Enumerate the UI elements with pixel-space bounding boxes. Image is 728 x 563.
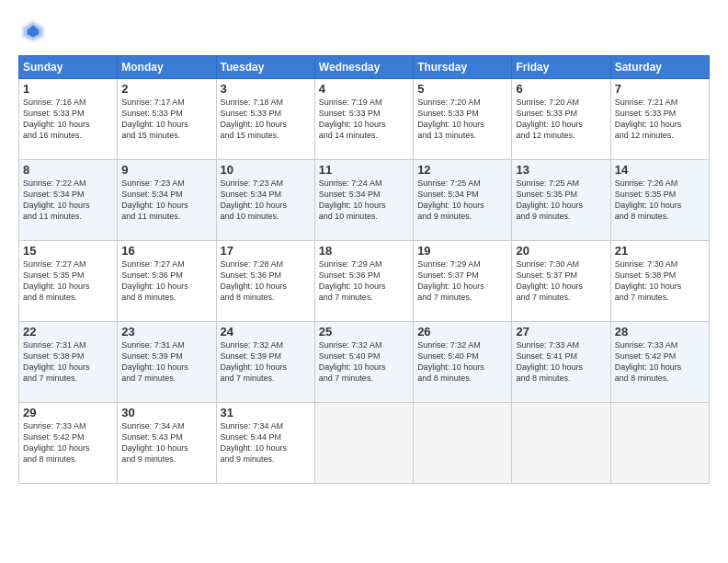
- day-number: 29: [23, 406, 113, 419]
- header-sunday: Sunday: [19, 56, 118, 79]
- day-number: 14: [615, 163, 705, 177]
- day-info: Sunrise: 7:33 AM Sunset: 5:41 PM Dayligh…: [516, 339, 606, 385]
- page: Sunday Monday Tuesday Wednesday Thursday…: [0, 0, 728, 563]
- day-info: Sunrise: 7:16 AM Sunset: 5:33 PM Dayligh…: [23, 97, 113, 142]
- calendar-cell: 29Sunrise: 7:33 AM Sunset: 5:42 PM Dayli…: [19, 403, 118, 484]
- day-info: Sunrise: 7:25 AM Sunset: 5:34 PM Dayligh…: [417, 178, 507, 223]
- calendar-cell: 17Sunrise: 7:28 AM Sunset: 5:36 PM Dayli…: [216, 241, 314, 322]
- day-info: Sunrise: 7:32 AM Sunset: 5:40 PM Dayligh…: [319, 339, 409, 385]
- day-info: Sunrise: 7:24 AM Sunset: 5:34 PM Dayligh…: [319, 178, 409, 223]
- day-number: 9: [121, 163, 211, 177]
- day-number: 2: [121, 82, 211, 96]
- calendar-cell: 14Sunrise: 7:26 AM Sunset: 5:35 PM Dayli…: [610, 160, 709, 241]
- day-number: 28: [615, 325, 705, 339]
- calendar-cell: 10Sunrise: 7:23 AM Sunset: 5:34 PM Dayli…: [216, 160, 314, 241]
- calendar-cell: 11Sunrise: 7:24 AM Sunset: 5:34 PM Dayli…: [314, 160, 413, 241]
- calendar-cell: 20Sunrise: 7:30 AM Sunset: 5:37 PM Dayli…: [512, 241, 610, 322]
- day-info: Sunrise: 7:22 AM Sunset: 5:34 PM Dayligh…: [23, 178, 113, 223]
- calendar-cell: 12Sunrise: 7:25 AM Sunset: 5:34 PM Dayli…: [414, 160, 512, 241]
- day-number: 10: [221, 163, 311, 177]
- calendar-cell: [610, 403, 709, 484]
- calendar-cell: 13Sunrise: 7:25 AM Sunset: 5:35 PM Dayli…: [512, 160, 610, 241]
- calendar-cell: 23Sunrise: 7:31 AM Sunset: 5:39 PM Dayli…: [118, 322, 216, 403]
- day-number: 13: [516, 163, 606, 177]
- day-number: 18: [319, 244, 409, 258]
- logo-icon: [18, 17, 48, 46]
- calendar-cell: 25Sunrise: 7:32 AM Sunset: 5:40 PM Dayli…: [314, 322, 413, 403]
- day-number: 11: [319, 163, 409, 177]
- day-number: 12: [417, 163, 507, 177]
- calendar-cell: 9Sunrise: 7:23 AM Sunset: 5:34 PM Daylig…: [118, 160, 216, 241]
- calendar-cell: 2Sunrise: 7:17 AM Sunset: 5:33 PM Daylig…: [118, 79, 216, 160]
- day-number: 4: [319, 82, 409, 96]
- day-number: 25: [319, 325, 409, 339]
- header-wednesday: Wednesday: [314, 56, 413, 79]
- calendar-cell: 8Sunrise: 7:22 AM Sunset: 5:34 PM Daylig…: [19, 160, 118, 241]
- day-info: Sunrise: 7:33 AM Sunset: 5:42 PM Dayligh…: [23, 420, 113, 465]
- day-number: 27: [516, 325, 606, 339]
- header-thursday: Thursday: [414, 56, 512, 79]
- day-info: Sunrise: 7:27 AM Sunset: 5:36 PM Dayligh…: [121, 259, 211, 304]
- calendar-week-row: 1Sunrise: 7:16 AM Sunset: 5:33 PM Daylig…: [19, 79, 710, 160]
- day-info: Sunrise: 7:33 AM Sunset: 5:42 PM Dayligh…: [615, 339, 705, 385]
- day-info: Sunrise: 7:23 AM Sunset: 5:34 PM Dayligh…: [121, 178, 211, 223]
- day-info: Sunrise: 7:27 AM Sunset: 5:35 PM Dayligh…: [23, 259, 113, 304]
- calendar-cell: 3Sunrise: 7:18 AM Sunset: 5:33 PM Daylig…: [216, 79, 314, 160]
- day-number: 20: [516, 244, 606, 258]
- calendar-cell: 26Sunrise: 7:32 AM Sunset: 5:40 PM Dayli…: [414, 322, 512, 403]
- day-info: Sunrise: 7:26 AM Sunset: 5:35 PM Dayligh…: [615, 178, 705, 223]
- day-number: 23: [121, 325, 211, 339]
- header-tuesday: Tuesday: [216, 56, 314, 79]
- calendar-cell: [414, 403, 512, 484]
- day-number: 15: [23, 244, 113, 258]
- day-info: Sunrise: 7:31 AM Sunset: 5:39 PM Dayligh…: [121, 339, 211, 385]
- day-info: Sunrise: 7:32 AM Sunset: 5:39 PM Dayligh…: [221, 339, 311, 385]
- day-number: 31: [221, 406, 311, 419]
- day-info: Sunrise: 7:20 AM Sunset: 5:33 PM Dayligh…: [516, 97, 606, 142]
- day-number: 22: [23, 325, 113, 339]
- calendar-cell: 31Sunrise: 7:34 AM Sunset: 5:44 PM Dayli…: [216, 403, 314, 484]
- day-info: Sunrise: 7:19 AM Sunset: 5:33 PM Dayligh…: [319, 97, 409, 142]
- day-number: 26: [417, 325, 507, 339]
- header-monday: Monday: [118, 56, 216, 79]
- calendar-cell: [314, 403, 413, 484]
- day-info: Sunrise: 7:29 AM Sunset: 5:36 PM Dayligh…: [319, 259, 409, 304]
- day-number: 30: [121, 406, 211, 419]
- calendar-cell: [512, 403, 610, 484]
- calendar-cell: 24Sunrise: 7:32 AM Sunset: 5:39 PM Dayli…: [216, 322, 314, 403]
- calendar-cell: 21Sunrise: 7:30 AM Sunset: 5:38 PM Dayli…: [610, 241, 709, 322]
- day-info: Sunrise: 7:25 AM Sunset: 5:35 PM Dayligh…: [516, 178, 606, 223]
- day-number: 21: [615, 244, 705, 258]
- day-info: Sunrise: 7:32 AM Sunset: 5:40 PM Dayligh…: [417, 339, 507, 385]
- day-info: Sunrise: 7:34 AM Sunset: 5:44 PM Dayligh…: [221, 420, 311, 465]
- day-number: 24: [221, 325, 311, 339]
- day-number: 5: [417, 82, 507, 96]
- calendar-cell: 7Sunrise: 7:21 AM Sunset: 5:33 PM Daylig…: [610, 79, 709, 160]
- day-info: Sunrise: 7:18 AM Sunset: 5:33 PM Dayligh…: [221, 97, 311, 142]
- day-info: Sunrise: 7:30 AM Sunset: 5:37 PM Dayligh…: [516, 259, 606, 304]
- day-info: Sunrise: 7:23 AM Sunset: 5:34 PM Dayligh…: [221, 178, 311, 223]
- day-number: 8: [23, 163, 113, 177]
- day-info: Sunrise: 7:31 AM Sunset: 5:38 PM Dayligh…: [23, 339, 113, 385]
- header: [18, 17, 710, 46]
- header-friday: Friday: [512, 56, 610, 79]
- calendar-cell: 1Sunrise: 7:16 AM Sunset: 5:33 PM Daylig…: [19, 79, 118, 160]
- day-info: Sunrise: 7:29 AM Sunset: 5:37 PM Dayligh…: [417, 259, 507, 304]
- day-info: Sunrise: 7:28 AM Sunset: 5:36 PM Dayligh…: [221, 259, 311, 304]
- day-number: 19: [417, 244, 507, 258]
- calendar-week-row: 15Sunrise: 7:27 AM Sunset: 5:35 PM Dayli…: [19, 241, 710, 322]
- calendar-week-row: 22Sunrise: 7:31 AM Sunset: 5:38 PM Dayli…: [19, 322, 710, 403]
- calendar-cell: 5Sunrise: 7:20 AM Sunset: 5:33 PM Daylig…: [414, 79, 512, 160]
- calendar-cell: 19Sunrise: 7:29 AM Sunset: 5:37 PM Dayli…: [414, 241, 512, 322]
- calendar-cell: 18Sunrise: 7:29 AM Sunset: 5:36 PM Dayli…: [314, 241, 413, 322]
- calendar-cell: 30Sunrise: 7:34 AM Sunset: 5:43 PM Dayli…: [118, 403, 216, 484]
- calendar-cell: 28Sunrise: 7:33 AM Sunset: 5:42 PM Dayli…: [610, 322, 709, 403]
- calendar: Sunday Monday Tuesday Wednesday Thursday…: [18, 55, 710, 484]
- logo: [18, 17, 51, 46]
- calendar-cell: 16Sunrise: 7:27 AM Sunset: 5:36 PM Dayli…: [118, 241, 216, 322]
- day-number: 1: [23, 82, 113, 96]
- day-info: Sunrise: 7:17 AM Sunset: 5:33 PM Dayligh…: [121, 97, 211, 142]
- day-number: 7: [615, 82, 705, 96]
- day-info: Sunrise: 7:34 AM Sunset: 5:43 PM Dayligh…: [121, 420, 211, 465]
- day-number: 6: [516, 82, 606, 96]
